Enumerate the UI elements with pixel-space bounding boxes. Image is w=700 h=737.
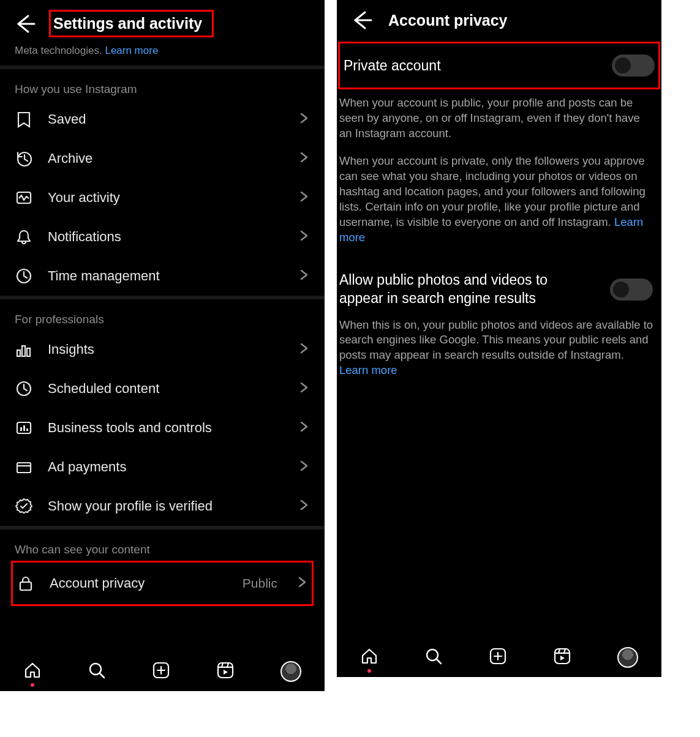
- time-icon: [15, 267, 33, 285]
- chevron-right-icon: [299, 191, 310, 204]
- chevron-right-icon: [299, 421, 310, 435]
- learn-more-link[interactable]: Learn more: [105, 45, 158, 56]
- row-notifications[interactable]: Notifications: [0, 217, 325, 256]
- private-account-description-2: When your account is private, only the f…: [338, 150, 660, 254]
- row-label: Business tools and controls: [48, 420, 284, 436]
- row-time-management[interactable]: Time management: [0, 256, 325, 296]
- chevron-right-icon: [299, 343, 310, 356]
- nav-profile[interactable]: [280, 661, 301, 682]
- scheduled-icon: [15, 380, 33, 398]
- private-account-toggle[interactable]: [612, 54, 655, 77]
- bell-icon: [15, 228, 33, 246]
- row-saved[interactable]: Saved: [0, 100, 325, 139]
- chevron-right-icon: [299, 269, 310, 283]
- meta-text: Meta technologies. Learn more: [0, 42, 325, 65]
- learn-more-link[interactable]: Learn more: [339, 364, 397, 376]
- nav-home[interactable]: [23, 661, 42, 682]
- chevron-right-icon: [299, 499, 310, 513]
- search-engine-row: Allow public photos and videos to appear…: [338, 254, 660, 314]
- private-account-label: Private account: [344, 58, 441, 74]
- lock-icon: [17, 574, 35, 593]
- row-archive[interactable]: Archive: [0, 139, 325, 178]
- chevron-right-icon: [299, 230, 310, 244]
- row-label: Your activity: [48, 190, 284, 206]
- private-account-row: Private account: [338, 42, 660, 89]
- biztools-icon: [15, 419, 33, 437]
- nav-reels[interactable]: [216, 661, 235, 682]
- search-engine-toggle[interactable]: [610, 279, 653, 301]
- page-title: Account privacy: [388, 12, 508, 29]
- nav-home[interactable]: [360, 647, 378, 668]
- card-icon: [15, 458, 33, 476]
- settings-screen: Settings and activity Meta technologies.…: [0, 0, 325, 691]
- chevron-right-icon: [297, 577, 308, 590]
- nav-create[interactable]: [152, 661, 170, 682]
- verified-icon: [15, 497, 33, 515]
- archive-icon: [15, 149, 33, 168]
- nav-profile[interactable]: [617, 647, 638, 668]
- back-button[interactable]: [15, 13, 36, 34]
- row-label: Ad payments: [48, 459, 284, 475]
- insights-icon: [15, 340, 33, 359]
- row-label: Scheduled content: [48, 381, 284, 397]
- section-who-can-see: Who can see your content: [0, 529, 325, 560]
- chevron-right-icon: [299, 460, 310, 474]
- search-engine-description: When this is on, your public photos and …: [338, 314, 660, 387]
- activity-icon: [15, 189, 33, 207]
- back-button[interactable]: [352, 10, 372, 31]
- row-label: Account privacy: [50, 575, 228, 591]
- row-label: Time management: [48, 268, 284, 284]
- private-account-description-1: When your account is public, your profil…: [338, 92, 660, 150]
- chevron-right-icon: [299, 152, 310, 165]
- row-label: Archive: [48, 151, 284, 166]
- bottom-nav: [0, 652, 325, 691]
- row-ad-payments[interactable]: Ad payments: [0, 447, 325, 487]
- row-scheduled-content[interactable]: Scheduled content: [0, 369, 325, 408]
- search-engine-label: Allow public photos and videos to appear…: [339, 271, 572, 308]
- bookmark-icon: [15, 110, 33, 129]
- bottom-nav: [337, 638, 661, 677]
- chevron-right-icon: [299, 382, 310, 395]
- nav-search[interactable]: [88, 661, 106, 682]
- nav-reels[interactable]: [553, 647, 571, 668]
- chevron-right-icon: [299, 113, 310, 126]
- row-label: Notifications: [48, 229, 284, 245]
- section-for-professionals: For professionals: [0, 299, 325, 330]
- row-value: Public: [243, 576, 277, 591]
- row-label: Saved: [48, 111, 284, 127]
- nav-create[interactable]: [489, 647, 507, 668]
- nav-search[interactable]: [424, 647, 443, 668]
- row-insights[interactable]: Insights: [0, 330, 325, 369]
- row-your-activity[interactable]: Your activity: [0, 178, 325, 217]
- row-label: Insights: [48, 342, 284, 357]
- row-verified[interactable]: Show your profile is verified: [0, 487, 325, 526]
- row-label: Show your profile is verified: [48, 498, 284, 514]
- row-business-tools[interactable]: Business tools and controls: [0, 408, 325, 447]
- page-title: Settings and activity: [49, 10, 214, 37]
- row-account-privacy[interactable]: Account privacy Public: [11, 561, 314, 606]
- section-how-you-use: How you use Instagram: [0, 69, 325, 100]
- account-privacy-screen: Account privacy Private account When you…: [337, 0, 661, 677]
